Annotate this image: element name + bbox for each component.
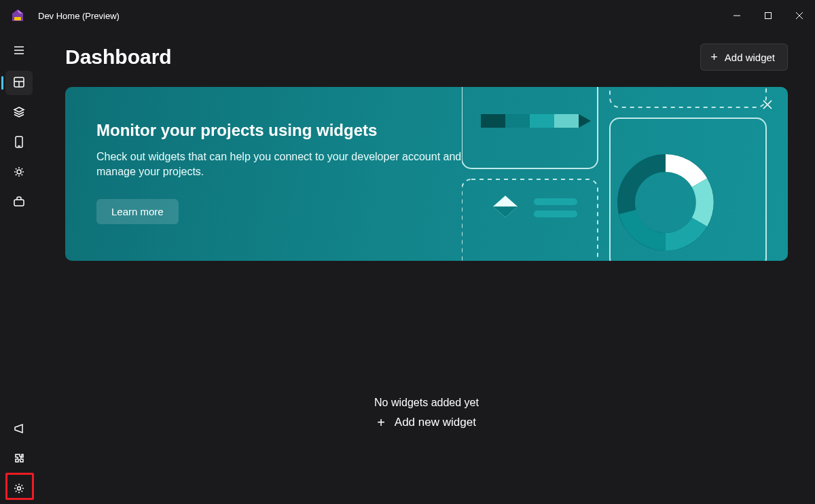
add-new-widget-label: Add new widget [395, 416, 476, 429]
minimize-button[interactable] [721, 0, 753, 31]
add-new-widget-button[interactable]: + Add new widget [377, 416, 476, 429]
nav-item-utilities[interactable] [5, 160, 33, 185]
app-logo-icon [10, 7, 26, 24]
svg-rect-22 [530, 114, 554, 128]
add-widget-button[interactable]: + Add widget [700, 43, 788, 71]
app-title: Dev Home (Preview) [38, 11, 120, 21]
nav-item-settings[interactable] [5, 477, 33, 501]
learn-more-button[interactable]: Learn more [96, 199, 179, 224]
nav-item-toolbox[interactable] [5, 190, 33, 215]
nav-item-dashboard[interactable] [5, 71, 33, 95]
banner-subheading: Check out widgets that can help you conn… [96, 149, 463, 180]
puzzle-icon [13, 452, 25, 467]
svg-rect-30 [534, 211, 577, 217]
intro-banner: Monitor your projects using widgets Chec… [65, 87, 788, 261]
window-controls [721, 0, 815, 31]
svg-point-16 [18, 486, 21, 490]
titlebar: Dev Home (Preview) [0, 0, 815, 31]
banner-heading: Monitor your projects using widgets [96, 121, 463, 140]
banner-close-button[interactable] [759, 96, 776, 113]
briefcase-icon [13, 196, 25, 210]
svg-marker-27 [493, 196, 518, 217]
svg-rect-0 [14, 17, 21, 20]
settings-icon [13, 482, 25, 497]
svg-rect-26 [462, 179, 598, 261]
nav-item-extensions[interactable] [5, 447, 33, 471]
plus-icon: + [377, 416, 385, 429]
megaphone-icon [13, 422, 25, 437]
nav-item-device[interactable] [5, 130, 33, 155]
svg-marker-28 [493, 206, 518, 217]
device-icon [14, 135, 24, 151]
page-title: Dashboard [65, 46, 172, 69]
svg-marker-24 [579, 114, 591, 128]
nav-item-machine-configuration[interactable] [5, 101, 33, 125]
add-widget-label: Add widget [725, 52, 775, 63]
svg-rect-31 [610, 118, 766, 261]
svg-rect-19 [462, 87, 598, 168]
gear-plus-icon [13, 166, 25, 180]
svg-rect-23 [554, 114, 579, 128]
svg-rect-25 [610, 87, 766, 107]
svg-point-14 [17, 170, 21, 174]
svg-marker-11 [14, 107, 24, 112]
svg-rect-2 [765, 13, 772, 19]
banner-artwork [462, 87, 788, 261]
svg-rect-15 [14, 200, 24, 206]
svg-rect-29 [534, 198, 577, 205]
empty-state: No widgets added yet + Add new widget [65, 397, 788, 429]
svg-point-32 [626, 163, 705, 242]
svg-rect-21 [505, 114, 530, 128]
nav-item-feedback[interactable] [5, 417, 33, 442]
dashboard-icon [13, 76, 25, 90]
empty-state-heading: No widgets added yet [65, 397, 788, 409]
sidebar [0, 31, 38, 504]
header-row: Dashboard + Add widget [65, 43, 788, 71]
maximize-button[interactable] [753, 0, 784, 31]
layers-icon [13, 106, 25, 120]
plus-icon: + [710, 51, 718, 63]
close-button[interactable] [784, 0, 815, 31]
hamburger-button[interactable] [5, 38, 33, 62]
svg-rect-20 [481, 114, 505, 128]
main-content: Dashboard + Add widget Monitor your proj… [38, 31, 815, 504]
